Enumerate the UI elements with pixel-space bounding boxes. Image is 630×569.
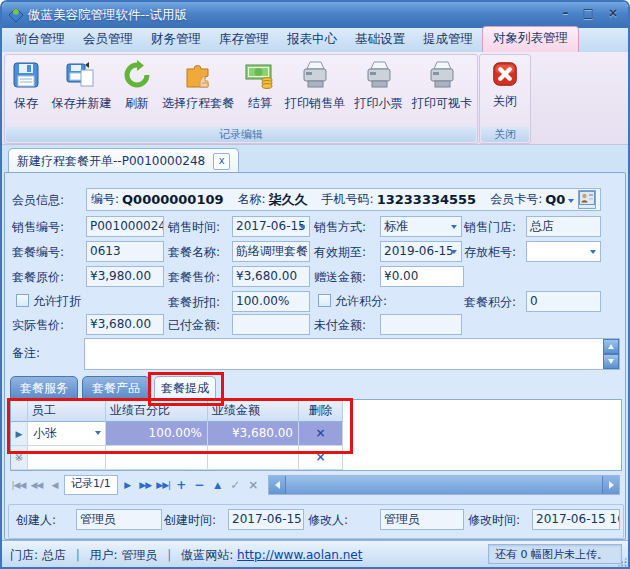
ribbon-group-record-edit: 保存 保存并新建 [4,54,478,144]
pkg-points-field[interactable]: 0 [526,291,601,312]
unpaid-field[interactable] [380,314,462,335]
scroll-left-icon[interactable] [269,476,285,494]
create-time-field[interactable]: 2017-06-15 16 [228,509,304,530]
remark-label: 备注: [12,343,40,363]
chevron-down-icon[interactable] [95,431,101,435]
col-header-percent[interactable]: 业绩百分比 [106,400,208,422]
row-indicator: ▶ [11,422,28,446]
member-info-field[interactable]: 编号: Q0000000109 名称: 柒久久 手机号码: 1323333455… [86,188,601,211]
sale-store-field[interactable]: 总店 [526,216,601,237]
cell-employee-empty[interactable] [28,446,106,470]
allow-discount-checkbox[interactable] [16,294,29,307]
orig-price-label: 套餐原价: [12,267,64,287]
menu-item-finance[interactable]: 财务管理 [142,28,210,52]
actual-price-field[interactable]: ¥3,680.00 [86,314,164,335]
maximize-button[interactable]: □ [583,6,594,20]
menu-item-commission[interactable]: 提成管理 [414,28,482,52]
puzzle-piece-icon [182,59,214,94]
website-link[interactable]: http://www.aolan.net [237,548,362,562]
save-button[interactable]: 保存 [9,58,43,113]
modifier-field[interactable]: 管理员 [380,509,464,530]
horizontal-scrollbar[interactable] [268,475,620,495]
close-form-button[interactable]: 关闭 [489,58,521,111]
new-row-delete-button[interactable]: × [299,446,343,470]
scroll-up-button[interactable] [603,339,619,354]
nav-delete-button[interactable]: − [191,478,208,492]
nav-edit-button[interactable]: ▲ [209,480,226,490]
menu-item-front-desk[interactable]: 前台管理 [6,28,74,52]
close-window-button[interactable]: × [608,6,618,20]
menu-item-reports[interactable]: 报表中心 [278,28,346,52]
col-header-delete[interactable]: 删除 [299,400,343,422]
chevron-down-icon[interactable] [451,250,457,254]
minimize-button[interactable]: – [563,6,569,20]
nav-first-button[interactable]: |◀◀ [10,480,27,490]
print-receipt-button[interactable]: 打印小票 [354,58,404,113]
menu-item-inventory[interactable]: 库存管理 [210,28,278,52]
print-visual-card-button[interactable]: 打印可视卡 [411,58,473,113]
pkg-name-field[interactable]: 筋络调理套餐 [232,241,310,262]
valid-until-field[interactable]: 2019-06-15 [380,241,462,262]
window-title: 傲蓝美容院管理软件--试用版 [28,7,187,24]
person-card-icon [579,191,595,208]
document-tab[interactable]: 新建疗程套餐开单--P0010000248 x [8,148,239,174]
sale-no-field[interactable]: P0010000248 [86,216,164,237]
member-lookup-button[interactable] [578,190,596,209]
sale-mode-field[interactable]: 标准 [380,216,462,237]
gift-amount-field[interactable]: ¥0.00 [380,266,464,287]
nav-next-button[interactable]: ▶ [119,480,136,490]
chevron-down-icon[interactable] [451,225,457,229]
print-sales-order-button[interactable]: 打印销售单 [284,58,346,113]
cell-percent[interactable]: 100.00% [106,422,208,446]
upload-status-box: 还有 0 幅图片未上传。 [488,544,622,564]
pkg-no-label: 套餐编号: [12,242,64,262]
col-header-employee[interactable]: 员工 [28,400,106,422]
row-delete-button[interactable]: × [299,422,343,446]
menu-item-settings[interactable]: 基础设置 [346,28,414,52]
col-header-amount[interactable]: 业绩金额 [208,400,299,422]
nav-insert-button[interactable]: + [173,478,190,492]
cell-percent-empty[interactable] [106,446,208,470]
creator-field[interactable]: 管理员 [76,509,162,530]
chevron-down-icon[interactable] [590,250,596,254]
remark-textarea[interactable] [84,338,620,370]
scroll-right-icon[interactable] [603,476,619,494]
nav-next-page-button[interactable]: ▶▶ [137,480,154,490]
chevron-down-icon[interactable] [299,225,305,229]
discount-field[interactable]: 100.00% [232,291,310,312]
modify-time-field[interactable]: 2017-06-15 16 [532,509,620,530]
printer-icon [299,59,331,94]
settle-button[interactable]: 结算 [243,58,277,113]
cell-amount-empty[interactable] [208,446,299,470]
nav-last-button[interactable]: ▶▶| [155,480,172,490]
chevron-down-icon[interactable] [568,199,574,203]
refresh-button[interactable]: 刷新 [120,58,154,113]
tab-package-services[interactable]: 套餐服务 [10,376,78,399]
orig-price-field[interactable]: ¥3,980.00 [86,266,164,287]
sell-price-label: 套餐售价: [168,267,220,287]
paid-field[interactable] [232,314,310,335]
pkg-no-field[interactable]: 0613 [86,241,164,262]
save-and-new-button[interactable]: 保存并新建 [50,58,112,113]
scroll-down-button[interactable] [603,354,619,369]
allow-points-checkbox[interactable] [318,294,331,307]
cell-amount[interactable]: ¥3,680.00 [208,422,299,446]
nav-post-button[interactable]: ✓ [227,478,244,492]
menu-item-members[interactable]: 会员管理 [74,28,142,52]
sell-price-field[interactable]: ¥3,680.00 [232,266,310,287]
scrollbar-thumb[interactable] [285,476,603,494]
nav-prev-page-button[interactable]: ◀◀ [28,480,45,490]
cell-employee[interactable]: 小张 [28,422,106,446]
locker-field[interactable] [526,241,601,262]
sale-time-field[interactable]: 2017-06-15 [232,216,310,237]
tab-package-products[interactable]: 套餐产品 [82,376,150,399]
status-store-value: 总店 [42,548,66,562]
actual-price-label: 实际售价: [12,315,64,335]
nav-prev-button[interactable]: ◀ [46,480,63,490]
select-package-button[interactable]: 选择疗程套餐 [161,58,235,113]
tab-package-commission-active[interactable]: 套餐提成 [154,376,216,399]
nav-cancel-button[interactable]: × [245,478,262,492]
printer-icon [363,59,395,94]
menu-item-object-list-active[interactable]: 对象列表管理 [482,26,579,52]
document-tab-close-button[interactable]: x [213,153,230,170]
